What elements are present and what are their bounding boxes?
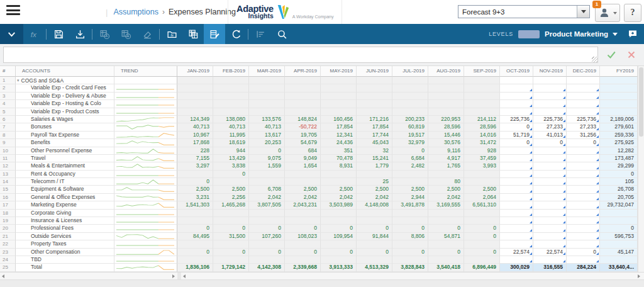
cancel-button[interactable] (624, 48, 639, 62)
value-cell[interactable] (500, 162, 533, 170)
value-cell[interactable] (567, 84, 600, 92)
value-cell[interactable] (428, 100, 464, 108)
value-cell[interactable]: 3,913,333 (321, 264, 357, 271)
value-cell[interactable]: 7,155 (177, 155, 213, 162)
v-scrollbar[interactable] (638, 66, 644, 272)
value-cell[interactable]: 2,256 (213, 194, 249, 201)
value-cell[interactable]: 2,500 (285, 186, 321, 193)
value-cell[interactable]: 9,049 (285, 155, 321, 162)
account-cell[interactable]: Salaries & Wages (16, 116, 114, 123)
breadcrumb-section-link[interactable]: Assumptions (113, 8, 158, 16)
value-cell[interactable] (213, 217, 249, 225)
value-cell[interactable] (500, 147, 533, 155)
value-cell[interactable] (285, 240, 321, 248)
value-cell[interactable] (567, 240, 600, 248)
value-cell[interactable] (357, 171, 392, 178)
value-cell[interactable]: 17,854 (357, 123, 392, 131)
value-cell[interactable] (177, 240, 213, 248)
value-cell[interactable]: 3,169,555 (428, 201, 464, 209)
value-cell[interactable] (533, 147, 567, 155)
value-cell[interactable] (500, 93, 533, 100)
value-cell[interactable]: 684 (285, 147, 321, 155)
value-cell[interactable] (357, 100, 392, 108)
value-cell[interactable] (321, 108, 357, 116)
value-cell[interactable]: 1,779 (357, 162, 392, 170)
value-cell[interactable]: 2,339,668 (285, 264, 321, 271)
value-cell[interactable] (500, 233, 533, 240)
value-cell[interactable] (249, 178, 285, 186)
account-cell[interactable]: Variable Exp - Hosting & Colo (16, 100, 114, 108)
account-cell[interactable]: Bonuses (16, 123, 114, 131)
save-icon[interactable] (48, 24, 69, 44)
value-cell[interactable] (177, 256, 213, 264)
value-cell[interactable]: 171,216 (357, 116, 392, 123)
value-cell[interactable] (285, 108, 321, 116)
account-cell[interactable]: Variable Exp - Delivery & Abuse (16, 93, 114, 100)
value-cell[interactable] (533, 77, 567, 84)
value-cell[interactable]: 19,705 (285, 132, 321, 139)
value-cell[interactable]: 19,517 (392, 132, 428, 139)
copy-sheet-icon[interactable] (182, 24, 204, 44)
value-cell[interactable] (464, 100, 500, 108)
value-cell[interactable] (392, 93, 428, 100)
value-cell[interactable] (533, 194, 567, 201)
value-cell[interactable] (177, 93, 213, 100)
value-cell[interactable]: 2,042 (357, 194, 392, 201)
value-cell[interactable] (567, 171, 600, 178)
value-cell[interactable] (285, 84, 321, 92)
value-cell[interactable] (321, 100, 357, 108)
value-cell[interactable] (464, 178, 500, 186)
value-cell[interactable]: 17,744 (357, 132, 392, 139)
value-cell[interactable] (500, 217, 533, 225)
value-cell[interactable]: 60,819 (392, 123, 428, 131)
formula-input[interactable] (3, 47, 598, 63)
scroll-left-icon[interactable] (183, 274, 186, 278)
value-cell[interactable]: 0 (500, 123, 533, 131)
value-cell[interactable]: 0 (392, 147, 428, 155)
value-cell[interactable]: 138,080 (213, 116, 249, 123)
value-cell[interactable]: 124,349 (177, 116, 213, 123)
value-cell[interactable]: 9,116 (428, 147, 464, 155)
menu-button[interactable] (6, 5, 21, 19)
account-cell[interactable]: ▾COGS and SG&A (16, 77, 114, 84)
account-cell[interactable]: Total (16, 264, 114, 271)
account-cell[interactable]: TBD (16, 256, 114, 264)
value-cell[interactable] (533, 233, 567, 240)
value-cell[interactable]: 228 (177, 147, 213, 155)
value-cell[interactable] (428, 84, 464, 92)
value-cell[interactable]: 3,503,989 (321, 201, 357, 209)
user-menu-button[interactable]: 1 (595, 4, 620, 22)
value-cell[interactable]: 40,713 (249, 123, 285, 131)
version-select-arrow[interactable] (577, 6, 589, 18)
value-cell[interactable]: 108,023 (285, 233, 321, 240)
value-cell[interactable] (567, 217, 600, 225)
fy-cell[interactable]: 20,705 (600, 194, 638, 201)
account-cell[interactable]: Corporate Giving (16, 210, 114, 217)
value-cell[interactable] (177, 100, 213, 108)
value-cell[interactable] (213, 108, 249, 116)
account-cell[interactable]: Insurance & Licenses (16, 217, 114, 225)
value-cell[interactable] (392, 178, 428, 186)
value-cell[interactable] (500, 186, 533, 193)
value-cell[interactable]: 2,500 (428, 186, 464, 193)
value-cell[interactable] (533, 171, 567, 178)
value-cell[interactable] (428, 256, 464, 264)
value-cell[interactable]: 28,596 (428, 123, 464, 131)
value-cell[interactable]: 37,459 (464, 155, 500, 162)
value-cell[interactable] (567, 178, 600, 186)
value-cell[interactable]: 13,617 (249, 132, 285, 139)
value-cell[interactable] (500, 77, 533, 84)
value-cell[interactable] (357, 240, 392, 248)
fy-cell[interactable]: 33,640,4... (600, 264, 638, 271)
value-cell[interactable] (533, 256, 567, 264)
value-cell[interactable]: 1,559 (249, 162, 285, 170)
value-cell[interactable]: 6,684 (392, 155, 428, 162)
scroll-right-icon[interactable] (638, 274, 640, 278)
value-cell[interactable] (249, 217, 285, 225)
account-cell[interactable]: General & Office Expenses (16, 194, 114, 201)
value-cell[interactable]: 0 (464, 249, 500, 256)
value-cell[interactable]: 31,472 (464, 139, 500, 147)
value-cell[interactable]: 14,016 (464, 132, 500, 139)
value-cell[interactable]: 0 (177, 225, 213, 232)
value-cell[interactable]: 928 (464, 147, 500, 155)
